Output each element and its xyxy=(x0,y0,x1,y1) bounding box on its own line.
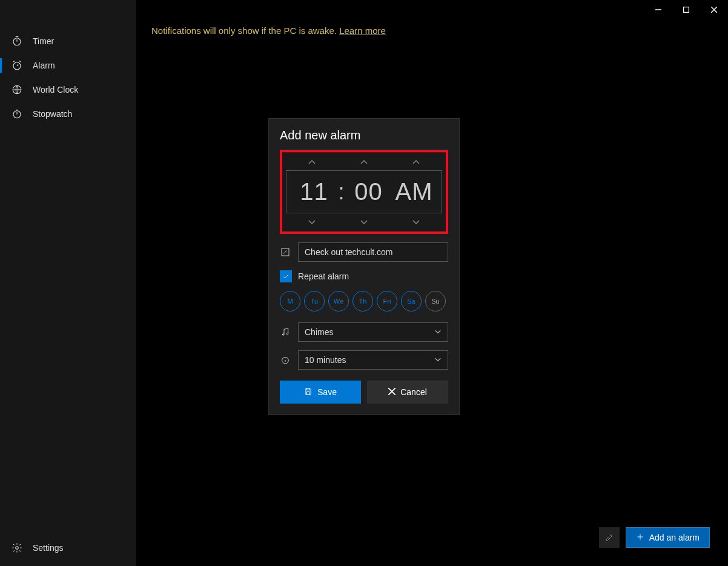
hour-up-button[interactable] xyxy=(294,157,330,167)
sidebar-item-label: Alarm xyxy=(33,61,55,70)
edit-icon xyxy=(280,247,291,257)
day-chip-we[interactable]: We xyxy=(328,291,349,311)
cancel-button[interactable]: Cancel xyxy=(367,381,448,404)
stopwatch-icon xyxy=(11,108,23,120)
day-chip-su[interactable]: Su xyxy=(425,291,446,311)
plus-icon xyxy=(636,533,644,543)
music-note-icon xyxy=(280,327,291,337)
sidebar-item-label: World Clock xyxy=(33,85,78,95)
minimize-button[interactable] xyxy=(644,0,672,19)
alarm-name-row: Check out techcult.com xyxy=(280,242,448,262)
sidebar-item-stopwatch[interactable]: Stopwatch xyxy=(0,102,136,126)
minute-up-button[interactable] xyxy=(346,157,382,167)
time-arrows-down xyxy=(286,215,442,229)
sound-select[interactable]: Chimes xyxy=(298,322,448,342)
svg-line-9 xyxy=(13,61,15,62)
time-arrows-up xyxy=(286,155,442,169)
time-hour[interactable]: 11 xyxy=(293,178,336,205)
snooze-value: 10 minutes xyxy=(305,355,346,365)
alarm-icon xyxy=(11,59,23,72)
alarm-name-value: Check out techcult.com xyxy=(305,247,393,257)
minute-down-button[interactable] xyxy=(346,217,382,227)
svg-rect-1 xyxy=(684,7,689,13)
repeat-label: Repeat alarm xyxy=(298,271,349,281)
svg-point-15 xyxy=(16,547,19,550)
sound-value: Chimes xyxy=(305,327,333,337)
dialog-buttons: Save Cancel xyxy=(280,381,448,404)
period-up-button[interactable] xyxy=(398,157,434,167)
day-chip-m[interactable]: M xyxy=(280,291,300,311)
alarm-name-input[interactable]: Check out techcult.com xyxy=(298,242,448,262)
notification-bar: Notifications will only show if the PC i… xyxy=(136,19,728,42)
add-alarm-label: Add an alarm xyxy=(649,533,700,542)
save-icon xyxy=(304,387,313,398)
time-picker-highlight: 11 : 00 AM xyxy=(280,150,448,234)
save-label: Save xyxy=(317,387,337,397)
dialog-title: Add new alarm xyxy=(280,128,448,142)
add-alarm-button[interactable]: Add an alarm xyxy=(626,527,710,548)
time-period[interactable]: AM xyxy=(393,178,435,205)
svg-rect-24 xyxy=(307,391,310,395)
svg-line-10 xyxy=(19,61,21,62)
svg-point-20 xyxy=(286,333,288,335)
repeat-checkbox[interactable] xyxy=(280,270,292,282)
maximize-button[interactable] xyxy=(672,0,700,19)
sidebar-item-worldclock[interactable]: World Clock xyxy=(0,78,136,102)
worldclock-icon xyxy=(11,84,23,96)
timer-icon xyxy=(11,35,23,47)
learn-more-link[interactable]: Learn more xyxy=(339,25,386,36)
save-button[interactable]: Save xyxy=(280,381,361,404)
sidebar-item-alarm[interactable]: Alarm xyxy=(0,53,136,78)
chevron-down-icon xyxy=(434,328,442,336)
sidebar-item-label: Settings xyxy=(33,543,64,553)
day-chip-th[interactable]: Th xyxy=(352,291,373,311)
svg-point-19 xyxy=(282,334,284,336)
sidebar: Timer Alarm World Clock Stopwatch Settin… xyxy=(0,0,136,566)
time-display[interactable]: 11 : 00 AM xyxy=(286,170,442,213)
sound-row: Chimes xyxy=(280,322,448,342)
day-chip-fri[interactable]: Fri xyxy=(377,291,397,311)
days-row: M Tu We Th Fri Sa Su xyxy=(280,291,448,311)
sidebar-item-label: Stopwatch xyxy=(33,109,72,119)
svg-line-8 xyxy=(17,65,18,66)
sidebar-item-settings[interactable]: Settings xyxy=(0,536,136,560)
close-button[interactable] xyxy=(700,0,728,19)
add-alarm-dialog: Add new alarm 11 : 00 AM Check out techc… xyxy=(268,118,460,415)
bottom-toolbar: Add an alarm xyxy=(599,527,710,548)
sidebar-item-label: Timer xyxy=(33,36,54,46)
repeat-row: Repeat alarm xyxy=(280,270,448,282)
close-icon xyxy=(388,387,395,397)
edit-button[interactable] xyxy=(599,527,620,548)
snooze-select[interactable]: 10 minutes xyxy=(298,350,448,370)
svg-rect-23 xyxy=(307,388,310,390)
hour-down-button[interactable] xyxy=(294,217,330,227)
svg-text:z: z xyxy=(285,359,286,362)
time-separator: : xyxy=(339,179,345,205)
time-minute[interactable]: 00 xyxy=(348,178,390,205)
day-chip-sa[interactable]: Sa xyxy=(401,291,422,311)
snooze-icon: z xyxy=(280,355,291,365)
cancel-label: Cancel xyxy=(400,387,427,397)
snooze-row: z 10 minutes xyxy=(280,350,448,370)
sidebar-item-timer[interactable]: Timer xyxy=(0,29,136,53)
window-controls xyxy=(644,0,728,19)
notification-text: Notifications will only show if the PC i… xyxy=(151,25,339,36)
gear-icon xyxy=(11,542,23,554)
chevron-down-icon xyxy=(434,356,442,364)
period-down-button[interactable] xyxy=(398,217,434,227)
day-chip-tu[interactable]: Tu xyxy=(304,291,325,311)
